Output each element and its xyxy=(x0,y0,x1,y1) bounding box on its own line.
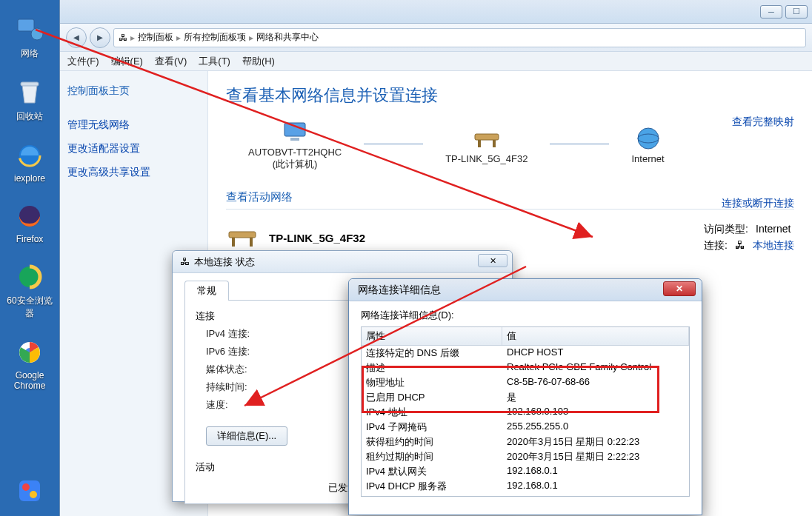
cell-property: 租约过期的时间 xyxy=(362,450,502,463)
list-row[interactable]: IPv4 DHCP 服务器192.168.0.1 xyxy=(362,479,689,494)
list-row[interactable]: 连接特定的 DNS 后缀DHCP HOST xyxy=(362,346,689,361)
svg-rect-19 xyxy=(229,232,256,238)
cell-value: 192.168.0.1 xyxy=(502,480,689,493)
internet-icon xyxy=(633,124,663,153)
desktop-icon-label: 60安全浏览器 xyxy=(6,295,53,320)
access-type-value: Internet xyxy=(756,223,791,236)
cell-property: IPv4 DNS 服务器 xyxy=(362,495,502,497)
browser-360-icon xyxy=(15,262,44,292)
cell-value: 192.168.0.1 xyxy=(502,465,689,478)
listbox-header: 属性 值 xyxy=(362,327,689,346)
desktop-icon-label: Firefox xyxy=(16,234,44,244)
cell-value: C8-5B-76-07-68-66 xyxy=(502,376,689,389)
menu-help[interactable]: 帮助(H) xyxy=(242,55,275,68)
app-icon xyxy=(15,476,44,506)
tab-general[interactable]: 常规 xyxy=(184,281,229,301)
svg-rect-2 xyxy=(21,82,39,86)
menu-tools[interactable]: 工具(T) xyxy=(199,55,230,68)
desktop-icon-firefox[interactable]: Firefox xyxy=(6,201,53,244)
menu-edit[interactable]: 编辑(E) xyxy=(111,55,143,68)
cell-property: IPv4 DHCP 服务器 xyxy=(362,480,502,493)
desktop-icon-label: iexplore xyxy=(14,173,45,184)
link-full-map[interactable]: 查看完整映射 xyxy=(732,115,794,129)
minimize-button[interactable]: ─ xyxy=(760,5,782,19)
page-title: 查看基本网络信息并设置连接 xyxy=(226,84,794,107)
menu-file[interactable]: 文件(F) xyxy=(67,55,99,68)
close-button[interactable]: ✕ xyxy=(663,281,696,296)
list-row[interactable]: 租约过期的时间2020年3月15日 星期日 2:22:23 xyxy=(362,449,689,464)
breadcrumb-item[interactable]: 网络和共享中心 xyxy=(256,31,319,44)
cell-property: 物理地址 xyxy=(362,376,502,389)
bench-icon xyxy=(226,223,259,252)
active-network-name: TP-LINK_5G_4F32 xyxy=(269,232,365,244)
cell-value: 2020年3月15日 星期日 0:22:23 xyxy=(502,435,689,449)
list-row[interactable]: IPv4 DNS 服务器192.168.1.1 xyxy=(362,494,689,497)
firefox-icon xyxy=(15,201,44,231)
link-line xyxy=(550,144,609,144)
sidebar-item-share[interactable]: 更改高级共享设置 xyxy=(67,166,200,179)
svg-point-10 xyxy=(22,483,30,491)
adapter-icon: 🖧 xyxy=(180,256,190,267)
link-connect-disconnect[interactable]: 连接或断开连接 xyxy=(722,197,794,210)
svg-point-17 xyxy=(638,128,659,149)
field-ipv6-conn: IPv6 连接: xyxy=(196,345,250,358)
list-row[interactable]: IPv4 子网掩码255.255.255.0 xyxy=(362,420,689,435)
breadcrumb[interactable]: 🖧 ▸ 控制面板 ▸ 所有控制面板项 ▸ 网络和共享中心 xyxy=(113,28,806,47)
sidebar-item-wireless[interactable]: 管理无线网络 xyxy=(67,118,200,132)
cell-value: DHCP HOST xyxy=(502,346,689,360)
desktop-icon-network[interactable]: 网络 xyxy=(6,15,53,60)
list-row[interactable]: 获得租约的时间2020年3月15日 星期日 0:22:23 xyxy=(362,435,689,449)
svg-rect-0 xyxy=(18,19,34,31)
cell-value: 是 xyxy=(502,391,689,404)
col-value: 值 xyxy=(502,327,689,345)
sidebar-item-adapter[interactable]: 更改适配器设置 xyxy=(67,142,200,155)
cell-property: 获得租约的时间 xyxy=(362,435,502,449)
desktop: 网络 回收站 iexplore Firefox 60安全浏览器 Google C… xyxy=(0,0,59,516)
desktop-icon-unknown[interactable] xyxy=(6,476,53,509)
sidebar-item-home[interactable]: 控制面板主页 xyxy=(67,84,200,98)
svg-rect-21 xyxy=(250,238,253,247)
network-icon xyxy=(15,15,44,44)
desktop-icon-label: Google Chrome xyxy=(6,370,53,391)
details-listbox[interactable]: 属性 值 连接特定的 DNS 后缀DHCP HOST描述Realtek PCIe… xyxy=(361,326,690,497)
desktop-icon-ie[interactable]: iexplore xyxy=(6,141,53,184)
breadcrumb-item[interactable]: 控制面板 xyxy=(138,31,173,44)
maximize-button[interactable]: ☐ xyxy=(785,5,808,19)
cell-property: 已启用 DHCP xyxy=(362,391,502,404)
cell-property: IPv4 地址 xyxy=(362,406,502,419)
chrome-icon xyxy=(15,338,44,367)
list-row[interactable]: 已启用 DHCP是 xyxy=(362,390,689,405)
computer-icon xyxy=(280,117,310,147)
cell-value: Realtek PCIe GBE Family Control xyxy=(502,361,689,375)
menu-bar: 文件(F) 编辑(E) 查看(V) 工具(T) 帮助(H) xyxy=(60,52,812,71)
list-row[interactable]: IPv4 地址192.168.0.103 xyxy=(362,405,689,420)
desktop-icon-chrome[interactable]: Google Chrome xyxy=(6,338,53,391)
details-button[interactable]: 详细信息(E)... xyxy=(206,426,287,446)
list-row[interactable]: 物理地址C8-5B-76-07-68-66 xyxy=(362,375,689,390)
link-local-connection[interactable]: 本地连接 xyxy=(753,239,794,252)
back-button[interactable]: ◄ xyxy=(66,27,87,48)
forward-button[interactable]: ► xyxy=(90,27,110,48)
desktop-icon-label: 回收站 xyxy=(16,110,43,123)
desktop-icon-recycle[interactable]: 回收站 xyxy=(6,78,53,123)
title-bar: ─ ☐ xyxy=(60,0,812,24)
details-label: 网络连接详细信息(D): xyxy=(361,309,690,322)
breadcrumb-item[interactable]: 所有控制面板项 xyxy=(184,31,246,44)
field-ipv4-conn: IPv4 连接: xyxy=(196,327,250,341)
desktop-icon-360[interactable]: 60安全浏览器 xyxy=(6,262,53,320)
dialog-title: 网络连接详细信息 xyxy=(349,279,702,301)
menu-view[interactable]: 查看(V) xyxy=(155,55,187,68)
cell-property: 连接特定的 DNS 后缀 xyxy=(362,346,502,360)
list-row[interactable]: 描述Realtek PCIe GBE Family Control xyxy=(362,361,689,375)
dialog-title: 🖧 本地连接 状态 xyxy=(173,251,512,273)
ie-icon xyxy=(15,141,44,170)
list-row[interactable]: IPv4 默认网关192.168.0.1 xyxy=(362,464,689,479)
svg-rect-16 xyxy=(493,140,496,147)
svg-rect-13 xyxy=(290,138,299,141)
recycle-icon xyxy=(15,78,44,107)
dialog-connection-details: 网络连接详细信息 ✕ 网络连接详细信息(D): 属性 值 连接特定的 DNS 后… xyxy=(348,278,702,515)
nav-bar: ◄ ► 🖧 ▸ 控制面板 ▸ 所有控制面板项 ▸ 网络和共享中心 xyxy=(60,24,812,52)
link-line xyxy=(364,144,423,144)
cell-value: 192.168.1.1 xyxy=(502,495,689,497)
close-button[interactable]: ✕ xyxy=(478,254,508,267)
